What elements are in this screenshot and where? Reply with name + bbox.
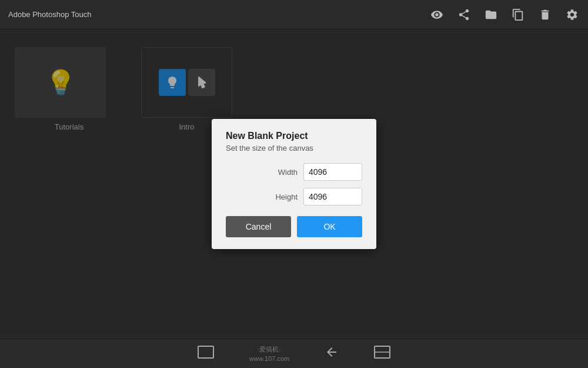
dialog-title: New Blank Project — [226, 131, 362, 141]
frame-icon-left[interactable] — [198, 346, 214, 362]
dialog-overlay: New Blank Project Set the size of the ca… — [0, 29, 588, 339]
ok-button[interactable]: OK — [297, 216, 362, 237]
height-row: Height — [226, 188, 362, 205]
height-label: Height — [265, 193, 298, 201]
dialog-subtitle: Set the size of the canvas — [226, 144, 362, 152]
top-icons — [429, 7, 580, 22]
top-bar: Adobe Photoshop Touch — [0, 0, 588, 29]
back-icon[interactable] — [325, 345, 339, 363]
preview-icon[interactable] — [429, 7, 445, 22]
folder-icon[interactable] — [483, 7, 499, 22]
dialog-buttons: Cancel OK — [226, 216, 362, 237]
frame-icon-right[interactable] — [374, 346, 390, 362]
main-content: 💡 Tutorials — [0, 29, 588, 339]
duplicate-icon[interactable] — [510, 7, 526, 22]
width-row: Width — [226, 163, 362, 181]
width-input[interactable] — [303, 163, 362, 181]
dialog: New Blank Project Set the size of the ca… — [212, 119, 376, 249]
settings-icon[interactable] — [564, 7, 580, 22]
bottom-bar: ·爱搞机· www.107.com — [0, 339, 588, 368]
svg-rect-0 — [198, 346, 213, 358]
watermark-url: www.107.com — [249, 355, 289, 362]
delete-icon[interactable] — [537, 7, 553, 22]
app-title: Adobe Photoshop Touch — [8, 10, 91, 19]
share-icon[interactable] — [456, 7, 472, 22]
width-label: Width — [265, 168, 298, 177]
watermark-text: ·爱搞机· — [258, 345, 280, 354]
bottom-center: ·爱搞机· www.107.com — [249, 345, 289, 362]
height-input[interactable] — [303, 188, 362, 205]
cancel-button[interactable]: Cancel — [226, 216, 291, 237]
